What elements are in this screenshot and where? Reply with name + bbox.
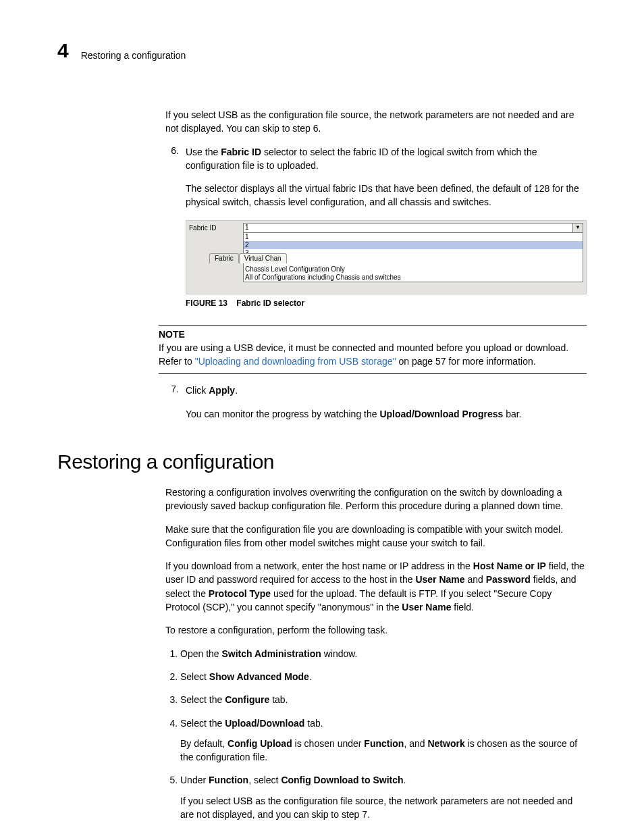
list-item: Select the Upload/Download tab. By defau… [180, 716, 587, 764]
step-number: 6. [165, 145, 179, 320]
list-item[interactable]: 1 [244, 233, 583, 241]
step-detail: The selector displays all the virtual fa… [186, 182, 587, 209]
note-text: If you are using a USB device, it must b… [159, 341, 587, 369]
list-item: Under Function, select Config Download t… [180, 773, 587, 821]
heading-restoring: Restoring a configuration [57, 450, 587, 473]
list-item: Open the Switch Administration window. [180, 647, 587, 660]
list-item: Select Show Advanced Mode. [180, 670, 587, 683]
step-text: Use the Fabric ID selector to select the… [186, 145, 587, 173]
step-detail: You can monitor the progress by watching… [186, 407, 587, 421]
paragraph: Make sure that the configuration file yo… [165, 523, 587, 550]
chevron-down-icon[interactable]: ▼ [572, 224, 583, 232]
fabric-id-dropdown[interactable]: 1 ▼ [243, 223, 583, 233]
paragraph: Restoring a configuration involves overw… [165, 486, 587, 513]
step-text: Click Apply. [186, 384, 587, 397]
section-title: Restoring a configuration [81, 50, 186, 61]
paragraph: If you select USB as the configuration f… [165, 108, 587, 136]
list-item: Select the Configure tab. [180, 693, 587, 706]
fabric-id-label: Fabric ID [189, 223, 243, 232]
step-number: 7. [165, 384, 179, 430]
note-heading: NOTE [159, 329, 587, 340]
tab-fabric[interactable]: Fabric [209, 253, 239, 263]
list-item[interactable]: 2 [244, 241, 583, 249]
link-usb-storage[interactable]: "Uploading and downloading from USB stor… [195, 356, 396, 367]
paragraph: To restore a configuration, perform the … [165, 623, 587, 637]
figure-13: Fabric ID 1 ▼ 1 2 3 128 Chassi [186, 220, 587, 294]
chapter-number: 4 [57, 41, 69, 61]
tab-virtual-channel[interactable]: Virtual Chan [239, 253, 287, 263]
figure-caption: FIGURE 13 Fabric ID selector [186, 298, 587, 308]
list-item[interactable]: 3 [244, 249, 583, 257]
paragraph: If you download from a network, enter th… [165, 559, 587, 614]
